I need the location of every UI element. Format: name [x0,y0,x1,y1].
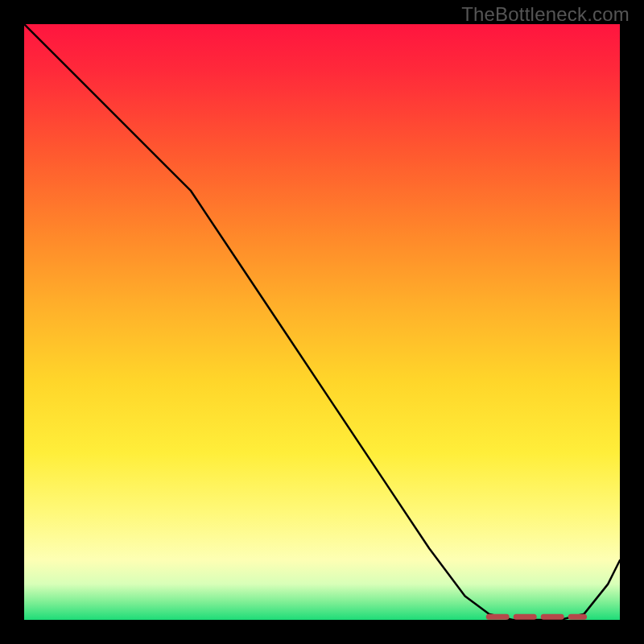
curve-layer [24,24,620,620]
watermark-text: TheBottleneck.com [461,3,630,26]
chart-frame: TheBottleneck.com [0,0,644,644]
plot-area [24,24,620,620]
bottleneck-curve [24,24,620,620]
